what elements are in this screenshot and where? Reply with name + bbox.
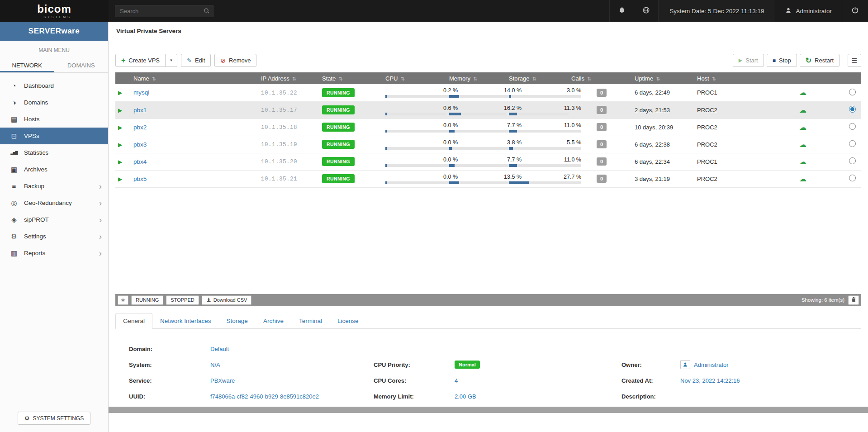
vps-select-radio[interactable] <box>849 89 856 95</box>
chevron-right-icon: › <box>99 233 102 241</box>
table-row[interactable]: ▶ pbx5 10.1.35.21 RUNNING 0.0 % 13.5 % 2… <box>115 170 861 187</box>
sidebar-item-domains[interactable]: ◑ Domains <box>0 94 108 111</box>
logout-button[interactable] <box>842 0 868 22</box>
clear-filter-button[interactable]: ∗ <box>118 295 128 305</box>
column-header-memory[interactable]: Memory⇅ <box>446 72 506 84</box>
cell-ip: 10.1.35.20 <box>258 153 319 170</box>
tab-license[interactable]: License <box>330 313 366 329</box>
table-row[interactable]: ▶ pbx2 10.1.35.18 RUNNING 0.0 % 7.7 % 11… <box>115 119 861 136</box>
uuid-value-link[interactable]: f748066a-cf82-4960-b929-8e8591c820e2 <box>210 393 319 400</box>
cpu-cores-value-link[interactable]: 4 <box>455 377 458 384</box>
column-header-state[interactable]: State⇅ <box>319 72 383 84</box>
column-header-uptime[interactable]: Uptime⇅ <box>632 72 694 84</box>
owner-value-link[interactable]: Administrator <box>694 361 729 368</box>
field-label: Domain: <box>129 346 210 352</box>
cloud-backup-icon[interactable]: ☁ <box>799 106 806 114</box>
start-button[interactable]: ▶ Start <box>733 54 764 67</box>
vps-name-link[interactable]: mysql <box>133 89 149 96</box>
cloud-backup-icon[interactable]: ☁ <box>799 175 806 183</box>
cloud-backup-icon[interactable]: ☁ <box>799 158 806 166</box>
host-value: PROC2 <box>697 107 717 114</box>
page-title-bar: Virtual Private Servers <box>109 22 868 40</box>
table-row[interactable]: ▶ pbx4 10.1.35.20 RUNNING 0.0 % 7.7 % 11… <box>115 153 861 170</box>
tab-network-interfaces[interactable]: Network Interfaces <box>152 313 219 329</box>
tab-storage[interactable]: Storage <box>219 313 256 329</box>
search-input[interactable] <box>115 5 213 17</box>
tab-network[interactable]: NETWORK <box>0 58 54 72</box>
hosts-icon: ▤ <box>10 116 18 123</box>
sidebar-item-archives[interactable]: ▣ Archives <box>0 161 108 178</box>
vps-name-link[interactable]: pbx4 <box>133 158 147 165</box>
owner-user-icon[interactable] <box>680 360 690 369</box>
sidebar-item-settings[interactable]: ⚙ Settings › <box>0 228 108 245</box>
cell-select <box>841 170 861 187</box>
created-at-value-link[interactable]: Nov 23, 2022 14:22:16 <box>680 377 740 384</box>
bicom-logo[interactable]: bicom SYSTEMS <box>0 0 109 22</box>
sidebar-item-vpss[interactable]: ⊡ VPSs <box>0 128 108 144</box>
cloud-backup-icon[interactable]: ☁ <box>799 89 806 96</box>
column-header-storage[interactable]: Storage⇅ <box>506 72 569 84</box>
cell-uptime: 2 days, 21:53 <box>632 101 694 119</box>
sidebar-item-statistics[interactable]: ▂▅▇ Statistics <box>0 144 108 161</box>
restart-button[interactable]: ↻ Restart <box>800 54 840 67</box>
cloud-backup-icon[interactable]: ☁ <box>799 141 806 148</box>
horizontal-scrollbar[interactable] <box>109 407 868 413</box>
sort-icon: ⇅ <box>656 76 660 81</box>
tab-terminal[interactable]: Terminal <box>291 313 330 329</box>
vps-select-radio[interactable] <box>849 175 856 181</box>
table-row[interactable]: ▶ pbx3 10.1.35.19 RUNNING 0.0 % 3.8 % 5.… <box>115 136 861 153</box>
sidebar-item-geo-redundancy[interactable]: ◎ Geo-Redundancy › <box>0 195 108 211</box>
system-value-link[interactable]: N/A <box>210 361 220 368</box>
cell-host: PROC2 <box>694 170 762 187</box>
tab-archive[interactable]: Archive <box>256 313 291 329</box>
column-header-host[interactable]: Host⇅ <box>694 72 762 84</box>
cpu-value: 0.0 % <box>385 174 458 180</box>
vps-select-radio[interactable] <box>849 140 856 147</box>
sidebar-item-hosts[interactable]: ▤ Hosts <box>0 111 108 128</box>
download-csv-button[interactable]: Download CSV <box>202 295 252 305</box>
system-settings-button[interactable]: ⚙ SYSTEM SETTINGS <box>18 412 90 425</box>
column-header-name[interactable]: Name⇅ <box>131 72 258 84</box>
vps-name-link[interactable]: pbx2 <box>133 124 147 131</box>
language-button[interactable] <box>634 0 658 22</box>
filter-running-button[interactable]: RUNNING <box>131 295 163 305</box>
vps-select-radio[interactable] <box>849 123 856 130</box>
vps-name-link[interactable]: pbx5 <box>133 176 147 182</box>
table-row[interactable]: ▶ mysql 10.1.35.22 RUNNING 0.2 % 14.0 % … <box>115 84 861 101</box>
toolbar-right: ▶ Start ■ Stop ↻ Restart ☰ <box>733 54 861 67</box>
notifications-button[interactable] <box>609 0 634 22</box>
table-row[interactable]: ▶ pbx1 10.1.35.17 RUNNING 0.6 % 16.2 % 1… <box>115 101 861 119</box>
column-header-ip[interactable]: IP Address⇅ <box>258 72 319 84</box>
filter-stopped-button[interactable]: STOPPED <box>166 295 199 305</box>
sidebar-item-backup[interactable]: ≡ Backup › <box>0 178 108 195</box>
domain-value-link[interactable]: Default <box>210 346 229 352</box>
tab-general[interactable]: General <box>115 313 152 329</box>
stop-button[interactable]: ■ Stop <box>767 54 797 67</box>
view-list-button[interactable]: ☰ <box>848 54 861 67</box>
column-header-calls[interactable]: Calls⇅ <box>569 72 632 84</box>
vps-name-link[interactable]: pbx1 <box>133 107 147 114</box>
toolbar-left: + Create VPS ▼ ✎ Edit ⊘ <box>115 54 256 67</box>
host-value: PROC2 <box>697 141 717 148</box>
service-value-link[interactable]: PBXware <box>210 377 235 384</box>
remove-button[interactable]: ⊘ Remove <box>214 54 256 67</box>
memory-limit-value-link[interactable]: 2.00 GB <box>455 393 476 400</box>
vps-select-radio[interactable] <box>849 157 856 164</box>
tab-domains[interactable]: DOMAINS <box>54 58 109 72</box>
sidebar-item-reports[interactable]: ▥ Reports › <box>0 245 108 261</box>
sidebar-item-dashboard[interactable]: ◔ Dashboard <box>0 77 108 94</box>
vps-select-radio[interactable] <box>849 106 856 113</box>
sidebar-item-sipprot[interactable]: ◈ sipPROT › <box>0 211 108 228</box>
field-owner: Owner: Administrator <box>621 357 861 373</box>
column-label: Uptime <box>635 75 653 82</box>
edit-button[interactable]: ✎ Edit <box>181 54 211 67</box>
user-menu[interactable]: Administrator <box>775 0 842 22</box>
create-vps-caret-button[interactable]: ▼ <box>166 54 177 67</box>
create-vps-button[interactable]: + Create VPS <box>115 54 166 67</box>
vps-name-link[interactable]: pbx3 <box>133 141 147 148</box>
cell-name: mysql <box>131 84 258 101</box>
column-header-cpu[interactable]: CPU⇅ <box>383 72 446 84</box>
serverware-brand: SERVERware <box>0 22 108 41</box>
delete-button[interactable] <box>848 295 859 305</box>
cloud-backup-icon[interactable]: ☁ <box>799 123 806 131</box>
